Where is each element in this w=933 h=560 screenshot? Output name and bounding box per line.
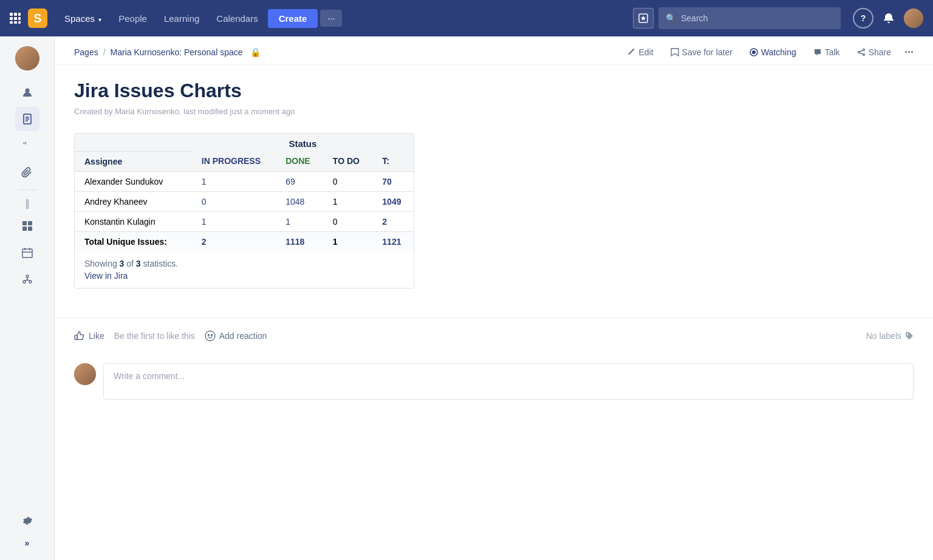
svg-point-26 bbox=[26, 275, 29, 278]
svg-rect-8 bbox=[18, 21, 21, 24]
svg-rect-16 bbox=[22, 221, 27, 225]
search-bar[interactable]: 🔍 Search bbox=[658, 7, 841, 29]
table-col-assignee: Assignee bbox=[75, 151, 192, 171]
watching-button[interactable]: Watching bbox=[746, 45, 800, 60]
reactions-bar: Like Be the first to like this Add react… bbox=[55, 318, 933, 353]
in-progress-cell[interactable]: 1 bbox=[192, 211, 276, 231]
more-nav-button[interactable]: ··· bbox=[320, 10, 342, 27]
nav-learning[interactable]: Learning bbox=[157, 10, 207, 27]
search-placeholder: Search bbox=[681, 13, 708, 23]
content-area: Pages / Maria Kurnosenko: Personal space… bbox=[55, 36, 933, 560]
sidebar-attachment-icon[interactable] bbox=[15, 160, 39, 185]
total-row: Total Unique Issues: 2 1118 1 1121 bbox=[75, 231, 414, 251]
settings-button[interactable] bbox=[15, 509, 39, 533]
share-button[interactable]: Share bbox=[853, 45, 895, 60]
svg-text:": " bbox=[23, 141, 27, 151]
in-progress-cell[interactable]: 0 bbox=[192, 191, 276, 211]
comment-input[interactable]: Write a comment... bbox=[103, 363, 914, 400]
create-button[interactable]: Create bbox=[268, 9, 318, 28]
starred-button[interactable] bbox=[633, 8, 654, 29]
comment-placeholder: Write a comment... bbox=[114, 371, 185, 381]
save-for-later-button[interactable]: Save for later bbox=[667, 45, 736, 60]
lock-icon: 🔒 bbox=[250, 47, 261, 57]
sidebar-quote-icon[interactable]: " bbox=[15, 134, 39, 158]
table-status-header: Status bbox=[192, 134, 414, 151]
svg-rect-17 bbox=[28, 221, 32, 225]
svg-point-39 bbox=[208, 334, 209, 335]
nav-right-actions: ? bbox=[853, 8, 923, 29]
nav-spaces[interactable]: Spaces ▾ bbox=[57, 10, 109, 27]
total-in-progress[interactable]: 2 bbox=[192, 231, 276, 251]
sidebar-tree-icon[interactable] bbox=[15, 267, 39, 292]
table-row: Alexander Sundukov 1 69 0 70 bbox=[75, 171, 414, 191]
showing-count: 3 bbox=[120, 259, 125, 268]
top-navigation: S Spaces ▾ People Learning Calendars Cre… bbox=[0, 0, 933, 36]
talk-button[interactable]: Talk bbox=[810, 45, 844, 60]
add-reaction-label: Add reaction bbox=[219, 331, 267, 341]
breadcrumb-pages[interactable]: Pages bbox=[74, 47, 98, 57]
grid-menu-icon[interactable] bbox=[10, 13, 21, 24]
svg-point-32 bbox=[863, 49, 864, 51]
done-cell[interactable]: 1048 bbox=[276, 191, 323, 211]
table-row: Konstantin Kulagin 1 1 0 2 bbox=[75, 211, 414, 231]
sidebar-divider bbox=[18, 190, 36, 190]
nav-calendars[interactable]: Calendars bbox=[209, 10, 265, 27]
user-avatar[interactable] bbox=[904, 9, 923, 28]
svg-rect-20 bbox=[22, 249, 32, 258]
table-col-in-progress: IN PROGRESS bbox=[192, 151, 276, 171]
sidebar-grid-icon[interactable] bbox=[15, 214, 39, 238]
svg-point-38 bbox=[205, 331, 215, 341]
total-total[interactable]: 1121 bbox=[372, 231, 414, 251]
svg-rect-7 bbox=[14, 21, 17, 24]
table-footer: Showing 3 of 3 statistics. View in Jira bbox=[75, 251, 414, 288]
sidebar-avatar[interactable] bbox=[15, 46, 39, 70]
sidebar-expand-button[interactable]: » bbox=[20, 536, 35, 550]
edit-button[interactable]: Edit bbox=[623, 45, 657, 60]
breadcrumb-separator: / bbox=[103, 47, 106, 57]
sidebar-collapse-handle[interactable]: ‖ bbox=[22, 195, 32, 211]
total-cell[interactable]: 1049 bbox=[372, 191, 414, 211]
table-col-total: T: bbox=[372, 151, 414, 171]
like-button[interactable]: Like bbox=[74, 330, 104, 341]
total-count: 3 bbox=[136, 259, 141, 268]
svg-point-34 bbox=[858, 52, 860, 53]
no-labels-button[interactable]: No labels bbox=[866, 331, 914, 341]
svg-rect-18 bbox=[22, 227, 27, 231]
page-actions: Edit Save for later Watching Talk Share bbox=[623, 45, 914, 60]
todo-cell: 1 bbox=[323, 191, 372, 211]
assignee-cell: Konstantin Kulagin bbox=[75, 211, 192, 231]
comment-section: Write a comment... bbox=[55, 353, 933, 414]
done-cell[interactable]: 69 bbox=[276, 171, 323, 191]
add-reaction-button[interactable]: Add reaction bbox=[205, 330, 267, 341]
like-label: Like bbox=[89, 331, 104, 341]
jira-table-container: Status Assignee IN PROGRESS DONE TO DO T… bbox=[74, 133, 414, 289]
breadcrumb-space[interactable]: Maria Kurnosenko: Personal space bbox=[111, 47, 243, 57]
total-cell[interactable]: 70 bbox=[372, 171, 414, 191]
more-actions-button[interactable]: ··· bbox=[904, 46, 914, 59]
nav-links: Spaces ▾ People Learning Calendars Creat… bbox=[57, 9, 623, 28]
table-row: Andrey Khaneev 0 1048 1 1049 bbox=[75, 191, 414, 211]
svg-rect-5 bbox=[18, 17, 21, 20]
svg-rect-1 bbox=[14, 13, 17, 16]
view-in-jira-link[interactable]: View in Jira bbox=[84, 271, 404, 281]
sidebar-bottom: » bbox=[15, 509, 39, 550]
total-cell[interactable]: 2 bbox=[372, 211, 414, 231]
nav-people[interactable]: People bbox=[111, 10, 154, 27]
done-cell[interactable]: 1 bbox=[276, 211, 323, 231]
svg-rect-0 bbox=[10, 13, 13, 16]
table-col-todo: TO DO bbox=[323, 151, 372, 171]
notifications-button[interactable] bbox=[878, 8, 899, 29]
comment-avatar bbox=[74, 363, 96, 385]
assignee-cell: Alexander Sundukov bbox=[75, 171, 192, 191]
help-button[interactable]: ? bbox=[853, 8, 873, 29]
page-title: Jira Issues Charts bbox=[74, 80, 914, 102]
svg-rect-19 bbox=[28, 227, 32, 231]
sidebar-page-icon[interactable] bbox=[15, 107, 39, 131]
in-progress-cell[interactable]: 1 bbox=[192, 171, 276, 191]
todo-cell: 0 bbox=[323, 211, 372, 231]
logo[interactable]: S bbox=[28, 9, 47, 28]
svg-point-31 bbox=[752, 50, 756, 54]
sidebar-person-icon[interactable] bbox=[15, 80, 39, 104]
total-done[interactable]: 1118 bbox=[276, 231, 323, 251]
sidebar-calendar-icon[interactable] bbox=[15, 241, 39, 265]
